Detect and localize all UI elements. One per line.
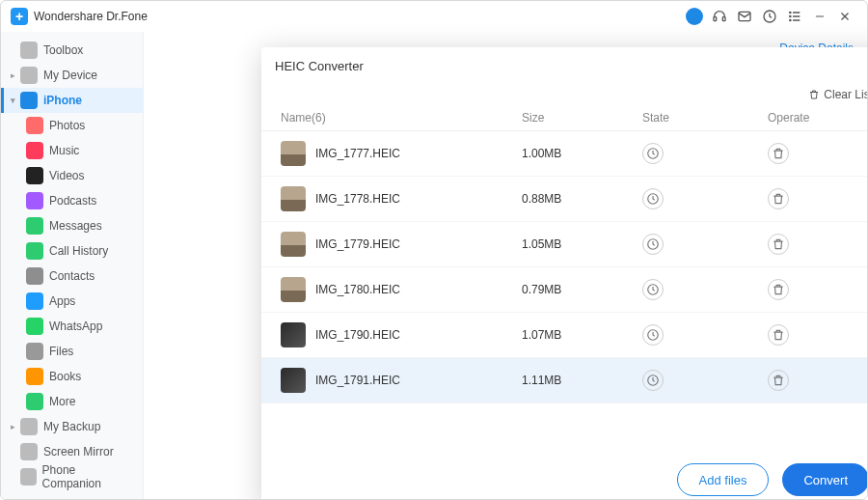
sidebar-item-label: Apps xyxy=(49,294,75,308)
table-row[interactable]: IMG_1779.HEIC1.05MB xyxy=(261,222,868,267)
table-row[interactable]: IMG_1778.HEIC0.88MB xyxy=(261,177,868,222)
svg-point-6 xyxy=(790,15,791,16)
minimize-button[interactable] xyxy=(807,4,832,29)
file-size: 1.07MB xyxy=(522,328,642,342)
sidebar-item-contacts[interactable]: Contacts xyxy=(1,264,143,289)
contacts-icon xyxy=(26,267,43,285)
sidebar-item-phone-companion[interactable]: Phone Companion xyxy=(1,464,143,489)
sidebar-item-music[interactable]: Music xyxy=(1,138,143,163)
sidebar-item-podcasts[interactable]: Podcasts xyxy=(1,188,143,213)
table-row[interactable]: IMG_1791.HEIC1.11MB xyxy=(261,358,868,403)
clock-icon xyxy=(642,324,664,346)
sidebar-item-label: Music xyxy=(49,144,79,157)
history-icon[interactable] xyxy=(757,4,782,29)
apps-icon xyxy=(26,292,43,310)
file-name: IMG_1780.HEIC xyxy=(315,283,400,296)
svg-rect-0 xyxy=(714,17,717,21)
clock-icon xyxy=(642,279,664,300)
clear-list-button[interactable]: Clear List xyxy=(808,88,868,101)
table-row[interactable]: IMG_1777.HEIC1.00MB xyxy=(261,131,868,177)
table-row[interactable]: IMG_1780.HEIC0.79MB xyxy=(261,267,868,313)
photos-icon xyxy=(26,117,43,134)
add-files-button[interactable]: Add files xyxy=(677,463,770,496)
delete-button[interactable] xyxy=(768,370,789,391)
close-window-button[interactable] xyxy=(832,4,857,29)
file-size: 1.11MB xyxy=(522,374,642,387)
sidebar-item-label: Videos xyxy=(49,169,84,182)
app-name: Wondershare Dr.Fone xyxy=(34,10,148,23)
chevron-icon: ▾ xyxy=(11,96,20,105)
sidebar-item-call-history[interactable]: Call History xyxy=(1,238,143,264)
sidebar-item-label: Phone Companion xyxy=(42,463,133,490)
sidebar-item-label: WhatsApp xyxy=(49,319,102,333)
delete-button[interactable] xyxy=(768,279,789,300)
delete-button[interactable] xyxy=(768,143,789,164)
home-icon xyxy=(20,42,38,59)
thumbnail xyxy=(281,368,306,393)
music-icon xyxy=(26,142,43,159)
companion-icon xyxy=(20,468,37,486)
convert-button[interactable]: Convert xyxy=(782,463,868,496)
account-icon[interactable] xyxy=(682,4,707,29)
sidebar-item-label: Books xyxy=(49,370,81,383)
list-icon[interactable] xyxy=(782,4,807,29)
delete-button[interactable] xyxy=(768,324,789,346)
file-name: IMG_1790.HEIC xyxy=(315,328,400,342)
svg-point-8 xyxy=(790,19,791,20)
sidebar-item-books[interactable]: Books xyxy=(1,364,143,389)
file-name: IMG_1779.HEIC xyxy=(315,237,400,251)
thumbnail xyxy=(281,232,306,257)
thumbnail xyxy=(281,277,306,302)
sidebar-item-label: Contacts xyxy=(49,269,95,283)
podcasts-icon xyxy=(26,192,43,209)
sidebar-item-label: My Device xyxy=(43,69,97,82)
sidebar-item-more[interactable]: More xyxy=(1,389,143,414)
sidebar-item-label: Messages xyxy=(49,219,102,233)
sidebar-item-my-device[interactable]: ▸My Device xyxy=(1,63,143,88)
call-icon xyxy=(26,242,43,260)
sidebar-item-messages[interactable]: Messages xyxy=(1,213,143,238)
sidebar-item-label: Files xyxy=(49,345,73,358)
more-icon xyxy=(26,393,43,410)
modal-title: HEIC Converter xyxy=(275,59,364,73)
heic-converter-modal: HEIC Converter Clear List Name(6) Size S… xyxy=(261,47,868,500)
thumbnail xyxy=(281,186,306,211)
file-size: 1.00MB xyxy=(522,147,642,160)
mail-icon[interactable] xyxy=(732,4,757,29)
iphone-icon xyxy=(20,92,38,109)
thumbnail xyxy=(281,141,306,166)
videos-icon xyxy=(26,167,43,184)
file-size: 1.05MB xyxy=(522,237,642,251)
delete-button[interactable] xyxy=(768,234,789,255)
sidebar-item-label: Podcasts xyxy=(49,194,96,208)
sidebar-item-screen-mirror[interactable]: Screen Mirror xyxy=(1,439,143,464)
sidebar-item-label: Call History xyxy=(49,244,108,258)
sidebar-item-whatsapp[interactable]: WhatsApp xyxy=(1,314,143,339)
sidebar-item-label: My Backup xyxy=(43,420,100,433)
table-body: IMG_1777.HEIC1.00MBIMG_1778.HEIC0.88MBIM… xyxy=(261,131,868,449)
sidebar-item-iphone[interactable]: ▾iPhone xyxy=(1,88,143,113)
svg-point-4 xyxy=(790,12,791,13)
headset-icon[interactable] xyxy=(707,4,732,29)
sidebar-item-photos[interactable]: Photos xyxy=(1,113,143,138)
col-operate: Operate xyxy=(768,111,845,125)
clock-icon xyxy=(642,370,664,391)
sidebar: Toolbox▸My Device▾iPhonePhotosMusicVideo… xyxy=(1,32,144,499)
clock-icon xyxy=(642,188,664,209)
sidebar-item-files[interactable]: Files xyxy=(1,339,143,364)
files-icon xyxy=(26,343,43,360)
sidebar-item-my-backup[interactable]: ▸My Backup xyxy=(1,414,143,439)
sidebar-item-apps[interactable]: Apps xyxy=(1,289,143,314)
thumbnail xyxy=(281,322,306,347)
sidebar-item-toolbox[interactable]: Toolbox xyxy=(1,38,143,63)
whatsapp-icon xyxy=(26,318,43,335)
col-size: Size xyxy=(522,111,642,125)
file-size: 0.79MB xyxy=(522,283,642,296)
sidebar-item-label: Screen Mirror xyxy=(43,445,114,458)
sidebar-item-videos[interactable]: Videos xyxy=(1,163,143,188)
mirror-icon xyxy=(20,443,38,460)
sidebar-item-label: Toolbox xyxy=(43,43,83,57)
delete-button[interactable] xyxy=(768,188,789,209)
clock-icon xyxy=(642,143,664,164)
table-row[interactable]: IMG_1790.HEIC1.07MB xyxy=(261,313,868,358)
